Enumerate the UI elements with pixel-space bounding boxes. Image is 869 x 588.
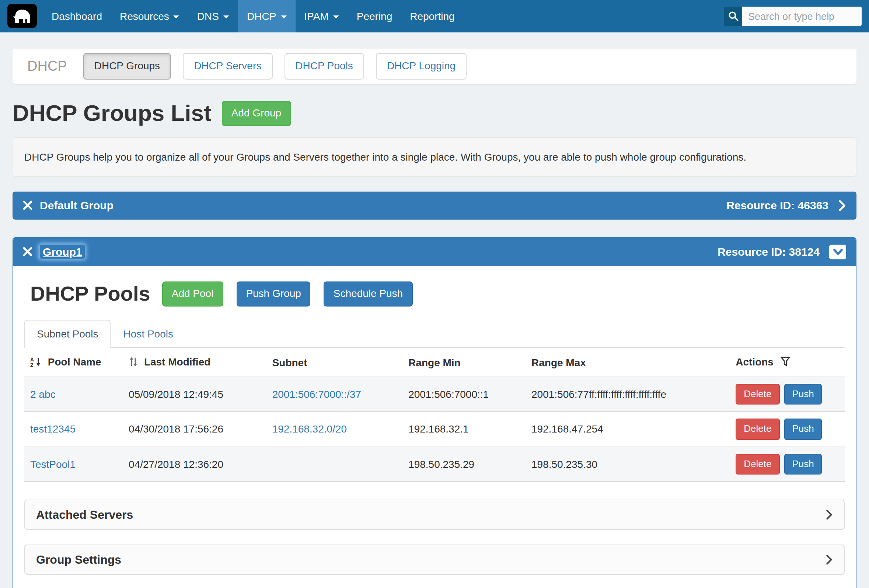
caret-down-icon [223,15,229,18]
brand-logo[interactable] [7,4,37,28]
col-header-range-max[interactable]: Range Max [525,348,730,377]
delete-pool-button[interactable]: Delete [736,453,780,474]
col-header-subnet[interactable]: Subnet [267,348,403,377]
accordion-label: Attached Servers [36,508,133,521]
table-header-row: A Z Pool Name [24,348,845,377]
table-row: TestPool1 04/27/2018 12:36:20 198.50.235… [24,447,845,481]
chevron-down-icon [832,248,843,256]
col-header-label: Pool Name [48,356,101,368]
group1-body: DHCP Pools Add Pool Push Group Schedule … [13,266,856,588]
chevron-right-icon [826,509,833,520]
col-header-range-min[interactable]: Range Min [402,348,525,377]
push-pool-button[interactable]: Push [784,453,822,474]
nav-label: Reporting [410,10,454,22]
remove-group-icon[interactable] [23,201,33,210]
col-header-actions[interactable]: Actions [730,348,845,377]
table-row: 2 abc 05/09/2018 12:49:45 2001:506:7000:… [24,377,845,412]
main-nav: Dashboard Resources DNS DHCP IPAM Peerin… [43,0,464,33]
last-modified-value: 05/09/2018 12:49:45 [129,388,223,400]
collapse-group-button[interactable] [829,244,846,259]
pool-name-link[interactable]: 2 abc [30,388,56,400]
add-group-button[interactable]: Add Group [222,101,291,126]
nav-label: Peering [357,10,393,22]
dhcp-subnav: DHCP DHCP Groups DHCP Servers DHCP Pools… [13,49,856,84]
col-header-label: Actions [736,356,774,368]
page-title: DHCP Groups List [13,100,212,127]
accordion-label: Group Settings [36,553,121,566]
sort-alpha-asc-icon: A Z [30,357,44,369]
accordion-attached-servers[interactable]: Attached Servers [24,499,845,530]
group-header-group1[interactable]: Group1 Resource ID: 38124 [13,238,856,266]
last-modified-value: 04/27/2018 12:36:20 [129,458,223,470]
search-input[interactable] [742,7,862,26]
col-header-label: Range Min [408,357,461,369]
push-group-button[interactable]: Push Group [236,281,310,307]
add-pool-button[interactable]: Add Pool [162,281,223,307]
nav-reporting[interactable]: Reporting [401,0,463,33]
tab-dhcp-logging[interactable]: DHCP Logging [376,53,467,80]
nav-label: IPAM [304,10,328,22]
range-max-value: 198.50.235.30 [531,458,598,470]
sort-updown-icon [129,357,141,369]
nav-label: Dashboard [52,10,102,22]
pool-name-link[interactable]: test12345 [30,423,76,435]
nav-dashboard[interactable]: Dashboard [43,0,111,33]
nav-dns[interactable]: DNS [188,0,238,33]
remove-group-icon[interactable] [23,247,33,257]
search-icon[interactable] [724,7,742,26]
pools-header: DHCP Pools Add Pool Push Group Schedule … [24,277,845,307]
tab-dhcp-groups[interactable]: DHCP Groups [83,53,171,80]
schedule-push-button[interactable]: Schedule Push [324,281,412,307]
caret-down-icon [333,15,339,18]
tab-host-pools[interactable]: Host Pools [111,320,186,348]
close-icon [23,201,33,210]
col-header-label: Range Max [531,357,586,369]
svg-text:Z: Z [30,362,34,367]
tab-dhcp-servers[interactable]: DHCP Servers [183,53,272,80]
caret-down-icon [174,15,179,18]
nav-label: DNS [197,10,219,22]
range-max-value: 2001:506:77ff:ffff:ffff:ffff:ffff:fffe [531,388,666,400]
description-text: DHCP Groups help you to organize all of … [24,151,746,163]
tab-subnet-pools[interactable]: Subnet Pools [24,320,111,348]
app: Dashboard Resources DNS DHCP IPAM Peerin… [0,0,869,588]
page-content: DHCP DHCP Groups DHCP Servers DHCP Pools… [0,49,869,588]
filter-icon[interactable] [781,357,790,369]
group-header-default-group[interactable]: Default Group Resource ID: 46363 [13,192,856,219]
push-pool-button[interactable]: Push [784,384,822,405]
caret-down-icon [280,15,286,18]
push-pool-button[interactable]: Push [784,419,822,440]
col-header-label: Subnet [272,357,307,369]
navbar-search [724,0,862,33]
chevron-right-icon [838,200,846,212]
title-row: DHCP Groups List Add Group [13,100,856,127]
subnet-link[interactable]: 2001:506:7000::/37 [272,388,361,400]
delete-pool-button[interactable]: Delete [736,384,780,405]
group-name[interactable]: Default Group [40,199,114,212]
nav-resources[interactable]: Resources [111,0,188,33]
resource-id: Resource ID: 46363 [727,199,829,212]
accordion-group-settings[interactable]: Group Settings [24,545,845,575]
col-header-label: Last Modified [144,356,211,368]
description-well: DHCP Groups help you to organize all of … [13,137,856,177]
section-label: DHCP [27,58,67,74]
col-header-last-modified[interactable]: Last Modified [123,348,267,377]
close-icon [23,247,33,257]
range-min-value: 2001:506:7000::1 [408,388,489,400]
pool-tabs: Subnet Pools Host Pools [24,320,845,348]
pool-name-link[interactable]: TestPool1 [30,458,76,470]
delete-pool-button[interactable]: Delete [736,419,780,440]
table-row: test12345 04/30/2018 17:56:26 192.168.32… [24,412,845,447]
top-navbar: Dashboard Resources DNS DHCP IPAM Peerin… [0,0,869,33]
nav-dhcp[interactable]: DHCP [238,0,295,33]
nav-ipam[interactable]: IPAM [295,0,347,33]
group-name-link[interactable]: Group1 [40,245,85,259]
col-header-pool-name[interactable]: A Z Pool Name [24,348,123,377]
range-min-value: 198.50.235.29 [408,458,474,470]
nav-label: Resources [120,10,169,22]
nav-peering[interactable]: Peering [348,0,401,33]
expand-group-button[interactable] [838,200,846,212]
subnet-link[interactable]: 192.168.32.0/20 [272,423,347,435]
tab-dhcp-pools[interactable]: DHCP Pools [284,53,364,80]
range-max-value: 192.168.47.254 [531,423,603,435]
